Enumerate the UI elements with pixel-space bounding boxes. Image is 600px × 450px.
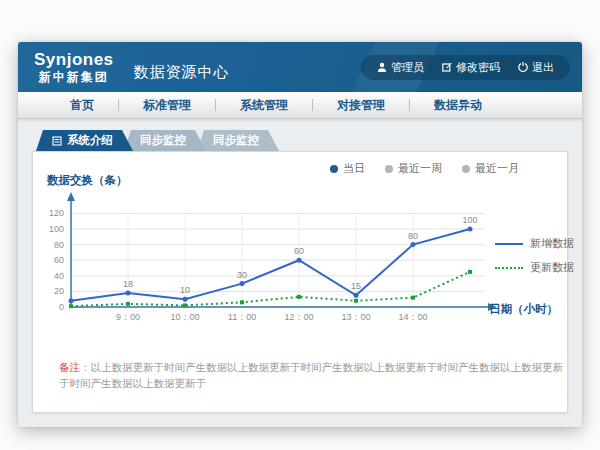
radio-last-week-label: 最近一周 [398,161,442,176]
chart-panel: 当日 最近一周 最近一月 数据交换（条） 0204060801001209：00… [32,151,568,413]
logo-secondary-text: 新中新集团 [39,71,109,83]
page-title: 数据资源中心 [134,63,230,82]
tab-sync-monitor-2[interactable]: 同步监控 [197,130,279,151]
tab-system-intro[interactable]: 系统介绍 [36,130,133,151]
svg-text:100: 100 [49,224,64,234]
svg-text:10：00: 10：00 [170,312,199,322]
svg-text:10: 10 [180,285,190,295]
svg-text:9：00: 9：00 [116,312,140,322]
power-icon [518,62,528,72]
footnote-body: ：以上数据更新于时间产生数据以上数据更新于时间产生数据以上数据更新于时间产生数据… [59,361,563,389]
user-icon [377,62,387,72]
app-window: Synjones 新中新集团 数据资源中心 管理员 修改密码 退出 首页 标准管… [18,42,582,427]
svg-text:0: 0 [59,302,64,312]
legend-item-updated-data: 更新数据 [495,260,574,275]
radio-today-label: 当日 [343,161,365,176]
svg-text:120: 120 [49,208,64,218]
svg-text:80: 80 [408,231,418,241]
line-chart: 0204060801001209：0010：0011：0012：0013：001… [39,189,509,329]
logo-primary-text: Synjones [34,51,114,68]
logout-label: 退出 [532,60,554,75]
document-icon [52,136,62,146]
nav-item-data-change[interactable]: 数据异动 [410,97,506,114]
change-password-button[interactable]: 修改密码 [442,60,500,75]
chart-x-axis-title: 日期（小时） [489,302,558,317]
user-menu: 管理员 修改密码 退出 [361,55,570,80]
user-menu-admin[interactable]: 管理员 [377,60,424,75]
nav-item-integration-mgmt[interactable]: 对接管理 [313,97,409,114]
radio-last-month-label: 最近一月 [475,161,519,176]
tab-bar: 系统介绍 同步监控 同步监控 [36,130,568,151]
svg-text:60: 60 [294,246,304,256]
time-filter-group: 当日 最近一周 最近一月 [330,161,519,176]
nav-item-system-mgmt[interactable]: 系统管理 [216,97,312,114]
svg-text:15: 15 [351,281,361,291]
dotted-line-icon [495,267,523,269]
logout-button[interactable]: 退出 [518,60,554,75]
tab-sync-monitor-1[interactable]: 同步监控 [124,130,206,151]
radio-dot-icon [330,165,338,173]
svg-text:20: 20 [54,286,64,296]
svg-text:30: 30 [237,270,247,280]
tab-label: 同步监控 [213,130,259,151]
svg-text:14：00: 14：00 [398,312,427,322]
radio-last-week[interactable]: 最近一周 [385,161,442,176]
edit-icon [442,62,452,72]
chart-legend: 新增数据 更新数据 [495,236,574,275]
svg-text:11：00: 11：00 [228,312,256,322]
legend-label: 新增数据 [530,236,574,251]
svg-text:13：00: 13：00 [341,312,370,322]
tab-label: 同步监控 [140,130,186,151]
footnote: 备注：以上数据更新于时间产生数据以上数据更新于时间产生数据以上数据更新于时间产生… [59,360,565,392]
change-password-label: 修改密码 [456,60,500,75]
legend-label: 更新数据 [530,260,574,275]
radio-today[interactable]: 当日 [330,161,365,176]
nav-item-standard-mgmt[interactable]: 标准管理 [119,97,215,114]
svg-text:40: 40 [54,271,64,281]
main-nav: 首页 标准管理 系统管理 对接管理 数据异动 [18,92,582,119]
radio-last-month[interactable]: 最近一月 [462,161,519,176]
svg-text:12：00: 12：00 [284,312,313,322]
tab-label: 系统介绍 [67,130,113,151]
nav-item-home[interactable]: 首页 [46,97,118,114]
chart-y-axis-title: 数据交换（条） [47,173,128,188]
user-menu-admin-label: 管理员 [391,60,424,75]
radio-dot-icon [462,165,470,173]
svg-text:80: 80 [54,240,64,250]
app-header: Synjones 新中新集团 数据资源中心 管理员 修改密码 退出 [18,42,582,92]
svg-text:100: 100 [462,215,477,225]
content-area: 系统介绍 同步监控 同步监控 当日 最近一周 [18,119,582,427]
radio-dot-icon [385,165,393,173]
company-logo: Synjones 新中新集团 [34,51,114,83]
footnote-prefix: 备注 [59,361,80,373]
svg-text:60: 60 [54,255,64,265]
svg-text:18: 18 [123,279,133,289]
solid-line-icon [495,243,523,245]
legend-item-new-data: 新增数据 [495,236,574,251]
